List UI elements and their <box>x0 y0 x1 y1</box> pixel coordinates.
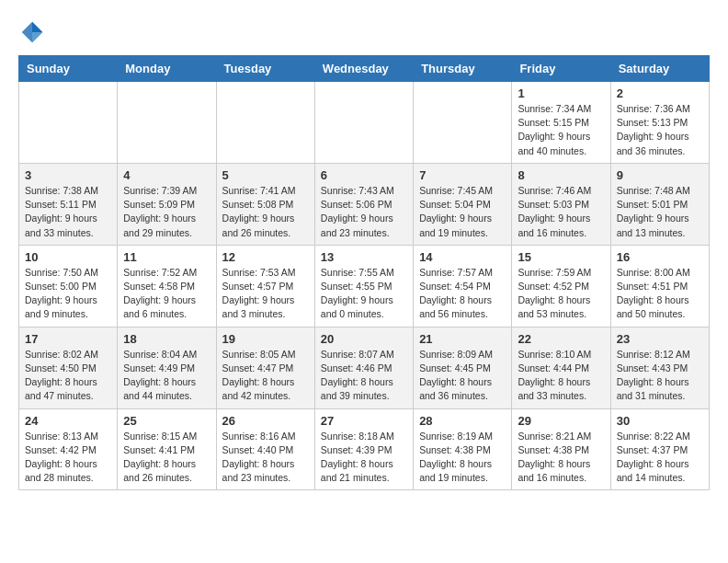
day-number: 26 <box>222 414 309 428</box>
calendar-day-cell: 6Sunrise: 7:43 AM Sunset: 5:06 PM Daylig… <box>314 163 413 245</box>
day-number: 19 <box>222 332 309 346</box>
calendar-week-row: 10Sunrise: 7:50 AM Sunset: 5:00 PM Dayli… <box>19 245 710 327</box>
calendar-day-cell: 13Sunrise: 7:55 AM Sunset: 4:55 PM Dayli… <box>314 245 413 327</box>
day-info: Sunrise: 8:21 AM Sunset: 4:38 PM Dayligh… <box>518 430 604 486</box>
calendar-day-cell: 4Sunrise: 7:39 AM Sunset: 5:09 PM Daylig… <box>118 163 216 245</box>
calendar-week-row: 24Sunrise: 8:13 AM Sunset: 4:42 PM Dayli… <box>19 408 710 490</box>
day-number: 5 <box>222 168 309 182</box>
calendar-day-cell: 21Sunrise: 8:09 AM Sunset: 4:45 PM Dayli… <box>414 327 512 408</box>
day-of-week-header: Saturday <box>610 56 709 82</box>
calendar-day-cell: 18Sunrise: 8:04 AM Sunset: 4:49 PM Dayli… <box>118 327 216 408</box>
day-number: 25 <box>123 414 210 428</box>
calendar-day-cell: 11Sunrise: 7:52 AM Sunset: 4:58 PM Dayli… <box>118 245 216 327</box>
day-number: 11 <box>123 250 210 264</box>
calendar-week-row: 3Sunrise: 7:38 AM Sunset: 5:11 PM Daylig… <box>19 163 710 245</box>
day-info: Sunrise: 8:05 AM Sunset: 4:47 PM Dayligh… <box>222 348 309 404</box>
day-number: 7 <box>419 168 506 182</box>
calendar-table: SundayMondayTuesdayWednesdayThursdayFrid… <box>18 55 710 490</box>
day-number: 6 <box>321 168 407 182</box>
calendar-day-cell: 30Sunrise: 8:22 AM Sunset: 4:37 PM Dayli… <box>610 408 709 490</box>
day-info: Sunrise: 7:50 AM Sunset: 5:00 PM Dayligh… <box>25 266 111 322</box>
calendar-day-cell: 2Sunrise: 7:36 AM Sunset: 5:13 PM Daylig… <box>610 82 709 164</box>
calendar-day-cell: 9Sunrise: 7:48 AM Sunset: 5:01 PM Daylig… <box>610 163 709 245</box>
calendar-day-cell: 1Sunrise: 7:34 AM Sunset: 5:15 PM Daylig… <box>512 82 610 164</box>
day-info: Sunrise: 7:36 AM Sunset: 5:13 PM Dayligh… <box>617 102 703 158</box>
day-info: Sunrise: 8:00 AM Sunset: 4:51 PM Dayligh… <box>617 266 703 322</box>
day-number: 13 <box>321 250 407 264</box>
calendar-day-cell <box>118 82 216 164</box>
calendar-day-cell <box>216 82 314 164</box>
day-number: 18 <box>123 332 210 346</box>
calendar-day-cell: 17Sunrise: 8:02 AM Sunset: 4:50 PM Dayli… <box>19 327 118 408</box>
day-number: 4 <box>123 168 210 182</box>
day-info: Sunrise: 8:22 AM Sunset: 4:37 PM Dayligh… <box>617 430 703 486</box>
day-number: 22 <box>518 332 604 346</box>
calendar-day-cell: 16Sunrise: 8:00 AM Sunset: 4:51 PM Dayli… <box>610 245 709 327</box>
calendar-day-cell: 5Sunrise: 7:41 AM Sunset: 5:08 PM Daylig… <box>216 163 314 245</box>
day-number: 8 <box>518 168 604 182</box>
day-number: 21 <box>419 332 506 346</box>
svg-marker-1 <box>32 22 42 32</box>
calendar-day-cell: 19Sunrise: 8:05 AM Sunset: 4:47 PM Dayli… <box>216 327 314 408</box>
day-number: 2 <box>617 86 703 100</box>
day-info: Sunrise: 7:48 AM Sunset: 5:01 PM Dayligh… <box>617 184 703 240</box>
calendar-week-row: 17Sunrise: 8:02 AM Sunset: 4:50 PM Dayli… <box>19 327 710 408</box>
day-number: 9 <box>617 168 703 182</box>
calendar-day-cell: 25Sunrise: 8:15 AM Sunset: 4:41 PM Dayli… <box>118 408 216 490</box>
svg-marker-2 <box>32 32 42 42</box>
calendar-day-cell <box>414 82 512 164</box>
day-of-week-header: Thursday <box>414 56 512 82</box>
logo <box>18 18 50 46</box>
calendar-day-cell: 23Sunrise: 8:12 AM Sunset: 4:43 PM Dayli… <box>610 327 709 408</box>
day-info: Sunrise: 7:43 AM Sunset: 5:06 PM Dayligh… <box>321 184 407 240</box>
day-info: Sunrise: 7:53 AM Sunset: 4:57 PM Dayligh… <box>222 266 309 322</box>
day-of-week-header: Monday <box>118 56 216 82</box>
page-header <box>18 18 710 46</box>
day-number: 1 <box>518 86 604 100</box>
day-info: Sunrise: 7:38 AM Sunset: 5:11 PM Dayligh… <box>25 184 111 240</box>
day-info: Sunrise: 7:46 AM Sunset: 5:03 PM Dayligh… <box>518 184 604 240</box>
day-info: Sunrise: 7:39 AM Sunset: 5:09 PM Dayligh… <box>123 184 210 240</box>
day-of-week-header: Wednesday <box>314 56 413 82</box>
day-info: Sunrise: 7:45 AM Sunset: 5:04 PM Dayligh… <box>419 184 506 240</box>
day-number: 27 <box>321 414 407 428</box>
day-info: Sunrise: 8:15 AM Sunset: 4:41 PM Dayligh… <box>123 430 210 486</box>
calendar-day-cell <box>19 82 118 164</box>
day-info: Sunrise: 8:02 AM Sunset: 4:50 PM Dayligh… <box>25 348 111 404</box>
day-info: Sunrise: 7:41 AM Sunset: 5:08 PM Dayligh… <box>222 184 309 240</box>
day-info: Sunrise: 8:07 AM Sunset: 4:46 PM Dayligh… <box>321 348 407 404</box>
day-number: 29 <box>518 414 604 428</box>
calendar-day-cell: 24Sunrise: 8:13 AM Sunset: 4:42 PM Dayli… <box>19 408 118 490</box>
day-number: 17 <box>25 332 111 346</box>
day-of-week-header: Sunday <box>19 56 118 82</box>
day-info: Sunrise: 8:18 AM Sunset: 4:39 PM Dayligh… <box>321 430 407 486</box>
day-number: 30 <box>617 414 703 428</box>
day-info: Sunrise: 7:59 AM Sunset: 4:52 PM Dayligh… <box>518 266 604 322</box>
calendar-day-cell: 15Sunrise: 7:59 AM Sunset: 4:52 PM Dayli… <box>512 245 610 327</box>
calendar-day-cell: 8Sunrise: 7:46 AM Sunset: 5:03 PM Daylig… <box>512 163 610 245</box>
day-info: Sunrise: 7:52 AM Sunset: 4:58 PM Dayligh… <box>123 266 210 322</box>
calendar-day-cell: 22Sunrise: 8:10 AM Sunset: 4:44 PM Dayli… <box>512 327 610 408</box>
logo-icon <box>18 18 46 46</box>
day-number: 23 <box>617 332 703 346</box>
day-info: Sunrise: 8:12 AM Sunset: 4:43 PM Dayligh… <box>617 348 703 404</box>
calendar-day-cell: 7Sunrise: 7:45 AM Sunset: 5:04 PM Daylig… <box>414 163 512 245</box>
day-number: 12 <box>222 250 309 264</box>
calendar-day-cell: 29Sunrise: 8:21 AM Sunset: 4:38 PM Dayli… <box>512 408 610 490</box>
day-info: Sunrise: 8:16 AM Sunset: 4:40 PM Dayligh… <box>222 430 309 486</box>
day-number: 20 <box>321 332 407 346</box>
day-info: Sunrise: 8:04 AM Sunset: 4:49 PM Dayligh… <box>123 348 210 404</box>
calendar-day-cell: 27Sunrise: 8:18 AM Sunset: 4:39 PM Dayli… <box>314 408 413 490</box>
day-number: 28 <box>419 414 506 428</box>
day-info: Sunrise: 8:13 AM Sunset: 4:42 PM Dayligh… <box>25 430 111 486</box>
calendar-day-cell: 12Sunrise: 7:53 AM Sunset: 4:57 PM Dayli… <box>216 245 314 327</box>
day-number: 24 <box>25 414 111 428</box>
day-number: 3 <box>25 168 111 182</box>
day-info: Sunrise: 7:55 AM Sunset: 4:55 PM Dayligh… <box>321 266 407 322</box>
day-of-week-header: Friday <box>512 56 610 82</box>
calendar-day-cell: 10Sunrise: 7:50 AM Sunset: 5:00 PM Dayli… <box>19 245 118 327</box>
day-info: Sunrise: 8:19 AM Sunset: 4:38 PM Dayligh… <box>419 430 506 486</box>
calendar-header-row: SundayMondayTuesdayWednesdayThursdayFrid… <box>19 56 710 82</box>
calendar-week-row: 1Sunrise: 7:34 AM Sunset: 5:15 PM Daylig… <box>19 82 710 164</box>
day-info: Sunrise: 8:09 AM Sunset: 4:45 PM Dayligh… <box>419 348 506 404</box>
